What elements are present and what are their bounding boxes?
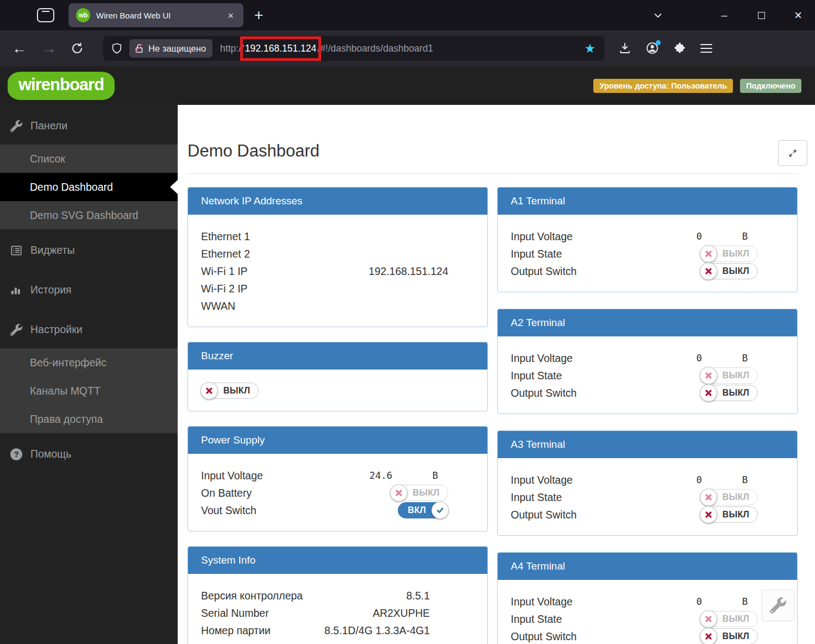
tab-list-chevron-icon[interactable] bbox=[649, 6, 667, 24]
a1-row-output-switch: Output Switch ВЫКЛ bbox=[511, 262, 784, 280]
broken-lock-icon bbox=[134, 42, 145, 54]
card-title: A1 Terminal bbox=[498, 187, 797, 215]
url-text[interactable]: http://192.168.151.124/#!/dashboards/das… bbox=[220, 41, 597, 56]
sidebar-panels-submenu: Список Demo Dashboard Demo SVG Dashboard bbox=[0, 145, 178, 229]
a2-input-state-indicator: ВЫКЛ bbox=[700, 367, 758, 384]
bookmark-star-icon[interactable]: ★ bbox=[584, 41, 597, 56]
network-row-wifi1: Wi-Fi 1 IP 192.168.151.124 bbox=[201, 262, 474, 280]
sidebar-item-help[interactable]: ? Помощь bbox=[0, 440, 178, 468]
sidebar-item-mqtt-channels[interactable]: Каналы MQTT bbox=[0, 377, 178, 405]
account-notification-dot bbox=[656, 40, 661, 45]
network-row-wifi2: Wi-Fi 2 IP bbox=[201, 280, 474, 297]
network-row-ethernet2: Ethernet 2 bbox=[201, 245, 474, 262]
x-icon bbox=[705, 615, 712, 623]
a1-output-switch-toggle[interactable]: ВЫКЛ bbox=[700, 263, 758, 279]
card-title: Network IP Addresses bbox=[188, 187, 487, 215]
security-chip-label: Не защищено bbox=[148, 43, 206, 54]
back-button[interactable]: ← bbox=[12, 41, 27, 56]
browser-tab-strip: wb Wiren Board Web UI × + – × bbox=[0, 0, 815, 30]
sidebar-item-demo-dashboard[interactable]: Demo Dashboard bbox=[0, 173, 178, 201]
wrench-icon bbox=[770, 597, 786, 614]
question-icon: ? bbox=[10, 448, 22, 460]
a4-row-output-switch: Output Switch ВЫКЛ bbox=[511, 628, 784, 644]
tab-title: Wiren Board Web UI bbox=[96, 11, 225, 20]
card-buzzer: Buzzer ВЫКЛ bbox=[187, 342, 488, 411]
a2-row-input-state: Input State ВЫКЛ bbox=[511, 367, 784, 384]
power-row-input-voltage: Input Voltage 24.6 В bbox=[201, 467, 474, 484]
card-a1-terminal: A1 Terminal Input Voltage 0 В Input Stat… bbox=[497, 187, 798, 292]
card-power-supply: Power Supply Input Voltage 24.6 В On Bat… bbox=[187, 426, 488, 532]
x-icon bbox=[395, 489, 403, 497]
x-icon bbox=[705, 250, 712, 258]
sidebar-item-panels[interactable]: Панели bbox=[0, 111, 178, 140]
card-title: A3 Terminal bbox=[498, 431, 797, 458]
sidebar-item-demo-svg-dashboard[interactable]: Demo SVG Dashboard bbox=[0, 201, 178, 229]
window-maximize-button[interactable] bbox=[752, 6, 770, 24]
a3-output-switch-toggle[interactable]: ВЫКЛ bbox=[700, 507, 758, 523]
sidebar-item-label: Помощь bbox=[30, 448, 71, 460]
x-icon bbox=[705, 493, 712, 501]
system-row-serial-number: Serial Number AR2XUPHE bbox=[201, 604, 474, 622]
edit-dashboard-button[interactable] bbox=[762, 590, 794, 621]
extensions-icon[interactable] bbox=[673, 42, 686, 55]
menu-icon[interactable] bbox=[700, 41, 712, 55]
sidebar-item-history[interactable]: История bbox=[0, 276, 178, 304]
tab-close-icon[interactable]: × bbox=[225, 9, 236, 22]
url-path: /#!/dashboards/dashboard1 bbox=[317, 43, 433, 54]
site-header: wirenboard Уровень доступа: Пользователь… bbox=[0, 66, 815, 105]
wrench-icon bbox=[10, 120, 22, 132]
system-row-controller-version: Версия контроллера 8.5.1 bbox=[201, 587, 474, 604]
card-title: A4 Terminal bbox=[498, 553, 797, 580]
title-divider bbox=[187, 173, 798, 174]
a4-row-input-voltage: Input Voltage 0 В bbox=[511, 593, 784, 610]
sidebar-item-settings[interactable]: Настройки bbox=[0, 315, 178, 344]
network-row-wwan: WWAN bbox=[201, 297, 474, 315]
toggle-knob bbox=[200, 382, 218, 399]
a2-row-input-voltage: Input Voltage 0 В bbox=[511, 349, 784, 367]
x-icon bbox=[705, 372, 712, 379]
window-close-button[interactable]: × bbox=[789, 6, 807, 24]
account-icon[interactable] bbox=[645, 41, 659, 55]
a3-row-input-state: Input State ВЫКЛ bbox=[511, 489, 784, 506]
fullscreen-button[interactable] bbox=[778, 140, 807, 166]
a4-input-state-indicator: ВЫКЛ bbox=[700, 611, 758, 627]
firefox-view-icon[interactable] bbox=[37, 8, 54, 22]
address-bar[interactable]: Не защищено http://192.168.151.124/#!/da… bbox=[103, 36, 604, 61]
sidebar-item-widgets[interactable]: Виджеты bbox=[0, 236, 178, 265]
power-row-on-battery: On Battery ВЫКЛ bbox=[201, 484, 474, 502]
new-tab-button[interactable]: + bbox=[254, 8, 263, 23]
window-minimize-button[interactable]: – bbox=[715, 6, 734, 24]
page-title: Demo Dashboard bbox=[187, 141, 798, 161]
sidebar-item-access-rights[interactable]: Права доступа bbox=[0, 405, 178, 433]
a2-row-output-switch: Output Switch ВЫКЛ bbox=[511, 384, 784, 402]
wirenboard-logo[interactable]: wirenboard bbox=[8, 72, 115, 100]
browser-tab[interactable]: wb Wiren Board Web UI × bbox=[68, 3, 243, 27]
x-icon bbox=[705, 389, 712, 397]
wifi1-ip-value: 192.168.151.124 bbox=[369, 265, 448, 278]
card-system-info: System Info Версия контроллера 8.5.1 Ser… bbox=[187, 546, 488, 644]
buzzer-toggle[interactable]: ВЫКЛ bbox=[201, 383, 259, 399]
power-row-vout-switch: Vout Switch ВКЛ bbox=[201, 502, 474, 519]
shield-icon[interactable] bbox=[111, 42, 123, 55]
card-a4-terminal: A4 Terminal Input Voltage 0 В Input Stat… bbox=[497, 552, 798, 644]
card-a2-terminal: A2 Terminal Input Voltage 0 В Input Stat… bbox=[497, 309, 798, 414]
access-level-badge: Уровень доступа: Пользователь bbox=[593, 79, 733, 93]
connection-status-badge: Подключено bbox=[740, 79, 801, 93]
forward-button[interactable]: → bbox=[42, 41, 57, 56]
security-chip[interactable]: Не защищено bbox=[129, 39, 212, 58]
a4-output-switch-toggle[interactable]: ВЫКЛ bbox=[700, 628, 758, 644]
card-title: Buzzer bbox=[188, 342, 487, 370]
sidebar-item-label: Виджеты bbox=[30, 244, 74, 257]
sidebar-item-web-interface[interactable]: Веб-интерфейс bbox=[0, 348, 178, 377]
x-icon bbox=[705, 511, 712, 518]
sidebar-item-list[interactable]: Список bbox=[0, 145, 178, 173]
a1-row-input-voltage: Input Voltage 0 В bbox=[511, 228, 784, 245]
a4-row-input-state: Input State ВЫКЛ bbox=[511, 610, 784, 628]
downloads-icon[interactable] bbox=[618, 42, 631, 55]
bar-chart-icon bbox=[10, 284, 22, 296]
a2-output-switch-toggle[interactable]: ВЫКЛ bbox=[700, 385, 758, 401]
vout-switch-toggle[interactable]: ВКЛ bbox=[398, 502, 448, 518]
card-title: Power Supply bbox=[188, 427, 487, 454]
reload-button[interactable] bbox=[71, 42, 84, 55]
x-icon bbox=[705, 267, 712, 275]
